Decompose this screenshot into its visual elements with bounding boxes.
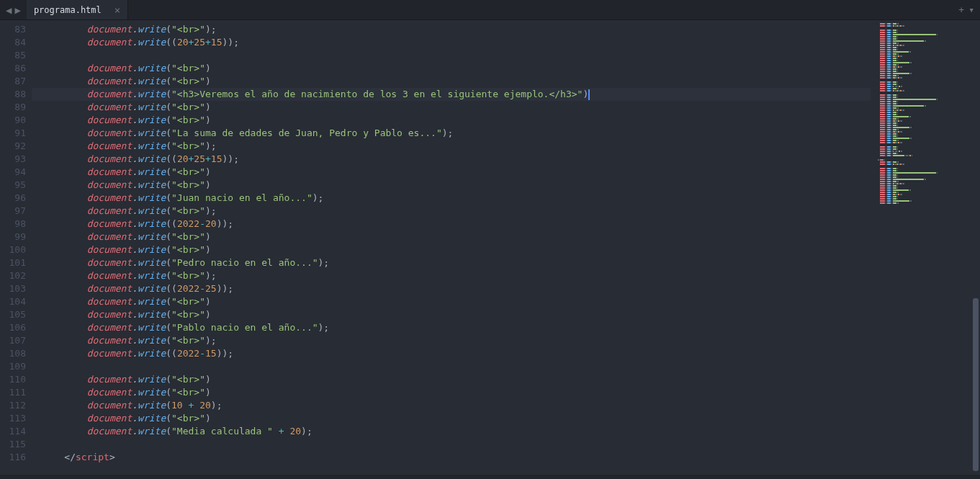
line-number: 90 xyxy=(0,114,26,127)
tab-bar: ◀ ▶ programa.html × + ▾ xyxy=(0,0,980,20)
code-line[interactable]: document.write("<br>") xyxy=(32,179,871,192)
code-line[interactable]: document.write("<br>"); xyxy=(32,205,871,218)
code-line[interactable]: document.write("<br>"); xyxy=(32,269,871,282)
line-number: 114 xyxy=(0,425,26,438)
line-number: 85 xyxy=(0,49,26,62)
line-number: 100 xyxy=(0,243,26,256)
code-line[interactable]: document.write("<br>"); xyxy=(32,140,871,153)
line-number: 93 xyxy=(0,153,26,166)
line-number: 95 xyxy=(0,179,26,192)
line-number: 86 xyxy=(0,62,26,75)
line-number: 113 xyxy=(0,412,26,425)
line-number: 106 xyxy=(0,321,26,334)
tab-close-icon[interactable]: × xyxy=(114,4,120,16)
code-line[interactable]: document.write("<br>") xyxy=(32,230,871,243)
line-number: 98 xyxy=(0,218,26,230)
code-line[interactable]: document.write("<br>") xyxy=(32,373,871,386)
code-line[interactable]: document.write(10 + 20); xyxy=(32,399,871,412)
line-number: 94 xyxy=(0,166,26,179)
line-number: 91 xyxy=(0,127,26,140)
code-line[interactable] xyxy=(32,438,871,451)
line-number: 112 xyxy=(0,399,26,412)
code-line[interactable]: document.write("<br>") xyxy=(32,62,871,75)
text-cursor xyxy=(588,89,590,100)
code-line[interactable]: document.write("<br>"); xyxy=(32,334,871,347)
code-line[interactable]: document.write("<br>") xyxy=(32,75,871,88)
line-number: 110 xyxy=(0,373,26,386)
code-area[interactable]: document.write("<br>"); document.write((… xyxy=(32,20,871,475)
line-number: 111 xyxy=(0,386,26,399)
new-tab-icon[interactable]: + xyxy=(958,4,964,15)
code-line[interactable] xyxy=(32,49,871,62)
line-number: 92 xyxy=(0,140,26,153)
line-number: 89 xyxy=(0,101,26,114)
code-line[interactable]: document.write((2022-25)); xyxy=(32,282,871,295)
line-number: 102 xyxy=(0,269,26,282)
code-line[interactable]: document.write((20+25+15)); xyxy=(32,36,871,49)
minimap[interactable] xyxy=(871,20,971,475)
line-number: 105 xyxy=(0,308,26,321)
code-line[interactable] xyxy=(32,360,871,373)
code-line[interactable]: document.write("<br>") xyxy=(32,114,871,127)
code-line[interactable]: document.write("<br>") xyxy=(32,412,871,425)
line-number: 104 xyxy=(0,295,26,308)
line-number: 84 xyxy=(0,36,26,49)
code-line[interactable]: document.write("Media calculada " + 20); xyxy=(32,425,871,438)
code-line[interactable]: </script> xyxy=(32,451,871,464)
line-number: 97 xyxy=(0,205,26,218)
nav-arrows: ◀ ▶ xyxy=(0,0,27,19)
line-number: 96 xyxy=(0,192,26,205)
code-line[interactable]: document.write("<br>") xyxy=(32,166,871,179)
line-number: 103 xyxy=(0,282,26,295)
line-number: 88 xyxy=(0,88,26,101)
line-number: 83 xyxy=(0,23,26,36)
line-number-gutter: 8384858687888990919293949596979899100101… xyxy=(0,20,32,475)
tab-actions: + ▾ xyxy=(958,0,980,19)
code-line[interactable]: document.write("La suma de edades de Jua… xyxy=(32,127,871,140)
editor: 8384858687888990919293949596979899100101… xyxy=(0,20,980,475)
line-number: 115 xyxy=(0,438,26,451)
code-line[interactable]: document.write("Pedro nacio en el año...… xyxy=(32,256,871,269)
code-line[interactable]: document.write("Pablo nacio en el año...… xyxy=(32,321,871,334)
line-number: 116 xyxy=(0,451,26,464)
code-line[interactable]: document.write("<h3>Veremos el año de na… xyxy=(32,88,871,101)
tab-dropdown-icon[interactable]: ▾ xyxy=(968,4,974,15)
scrollbar-thumb[interactable] xyxy=(973,298,979,471)
bottom-bar xyxy=(0,475,980,479)
line-number: 87 xyxy=(0,75,26,88)
code-line[interactable]: document.write((2022-15)); xyxy=(32,347,871,360)
code-line[interactable]: document.write("<br>") xyxy=(32,308,871,321)
code-line[interactable]: document.write("Juan nacio en el año..."… xyxy=(32,192,871,205)
code-line[interactable]: document.write((20+25+15)); xyxy=(32,153,871,166)
tab-programa-html[interactable]: programa.html × xyxy=(27,0,128,19)
tab-filename: programa.html xyxy=(34,5,102,15)
nav-forward-icon[interactable]: ▶ xyxy=(13,4,22,16)
line-number: 109 xyxy=(0,360,26,373)
line-number: 108 xyxy=(0,347,26,360)
code-line[interactable]: document.write((2022-20)); xyxy=(32,218,871,230)
code-line[interactable]: document.write("<br>") xyxy=(32,243,871,256)
line-number: 99 xyxy=(0,230,26,243)
nav-back-icon[interactable]: ◀ xyxy=(4,4,13,16)
code-line[interactable]: document.write("<br>"); xyxy=(32,23,871,36)
line-number: 107 xyxy=(0,334,26,347)
line-number: 101 xyxy=(0,256,26,269)
vertical-scrollbar[interactable] xyxy=(971,20,980,475)
code-line[interactable]: document.write("<br>") xyxy=(32,295,871,308)
code-line[interactable]: document.write("<br>") xyxy=(32,101,871,114)
code-line[interactable]: document.write("<br>") xyxy=(32,386,871,399)
